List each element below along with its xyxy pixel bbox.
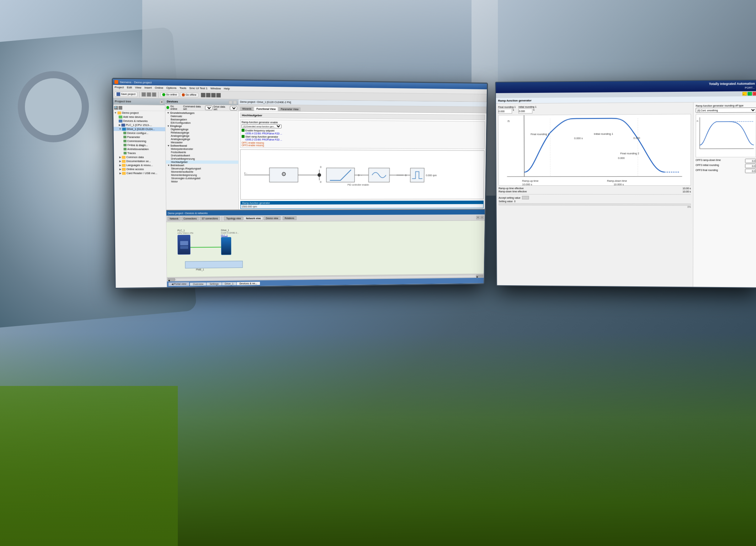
tree-item-antrieb[interactable]: Antriebsvariablen <box>114 147 165 151</box>
relations-btn[interactable]: Relations <box>282 216 296 220</box>
drive1-model: G120 CU240E-2... <box>221 232 254 234</box>
add-icon <box>119 115 123 118</box>
s7-tab[interactable]: S7 connections <box>199 217 220 221</box>
device-view-tab[interactable]: Device view <box>264 216 281 220</box>
steuerungs[interactable]: Steuerungs-/Regelungsart <box>166 167 239 170</box>
tab-wizards[interactable]: Wizards <box>240 107 254 111</box>
off3-initial-row: OFF3 initial rounding <box>696 164 756 168</box>
tree-items: ▼ Demo project Add new device Devices & … <box>113 111 167 288</box>
devices-btn-2[interactable] <box>233 100 237 104</box>
drive1-link[interactable]: PLC_1 <box>221 234 254 237</box>
initial-rounding-1-input[interactable] <box>518 108 533 113</box>
network-tab[interactable]: Network <box>167 217 181 221</box>
toolbar-icon-2[interactable] <box>147 92 151 97</box>
menu-tools[interactable]: Tools <box>180 86 186 90</box>
maximize-btn[interactable]: □ <box>747 92 752 95</box>
menu-online[interactable]: Online <box>155 86 163 90</box>
ramp-down-eff-val: 10.00 s <box>594 190 691 193</box>
online-icon <box>123 144 126 146</box>
menu-smc[interactable]: Smc UI Test 1 <box>189 86 207 90</box>
toolbar-icon-6[interactable] <box>211 93 215 97</box>
go-online-btn[interactable]: Go online <box>160 92 179 97</box>
toolbar-icon-5[interactable] <box>206 93 210 97</box>
lang-folder-icon <box>122 164 126 166</box>
toolbar-icon-7[interactable] <box>216 93 220 97</box>
off3-ramp-input[interactable] <box>745 159 756 163</box>
betriebsart[interactable]: ▼ Betriebsart <box>166 164 239 167</box>
momenten[interactable]: Momentensollwerte <box>166 170 239 173</box>
scroll-right-btn[interactable]: ▸ <box>476 275 483 277</box>
zoom-out-icon[interactable]: − <box>480 216 484 219</box>
off3-chart: n <box>696 114 756 157</box>
menu-window[interactable]: Window <box>211 87 221 90</box>
network-view-tab[interactable]: Network view <box>244 216 263 220</box>
menu-edit[interactable]: Edit <box>127 86 132 89</box>
topology-tab[interactable]: Topology view <box>224 216 243 220</box>
tia-portal-window: Siemens - Demo project Project Edit View… <box>112 78 488 289</box>
brand-sub: PORT... <box>709 86 755 90</box>
tree-item-drive[interactable]: ▼ Drive_1 [G120 CU24... <box>113 127 165 131</box>
devices-btn-1[interactable] <box>229 100 232 104</box>
drive-select[interactable]: 0 <box>230 106 237 110</box>
menu-help[interactable]: Help <box>224 87 230 90</box>
device-tree-content: ▼ Grundeinstellungen Datensatz Basisanga… <box>165 110 239 210</box>
tree-item-device-config[interactable]: Device configur... <box>114 131 165 135</box>
off3-final-input[interactable] <box>745 169 756 173</box>
rounding-type-select[interactable]: [0] Cont. smoothing <box>696 107 756 113</box>
go-online-small-label[interactable]: Go online <box>170 105 181 110</box>
drive1-tab[interactable]: Drive_1 <box>222 282 236 285</box>
ramp-up-effective-row: Ramp-up time effective <box>499 187 593 190</box>
tree-item-parameter[interactable]: Parameter <box>114 135 165 139</box>
motor[interactable]: Motor <box>166 180 239 183</box>
menu-insert[interactable]: Insert <box>144 86 152 90</box>
svg-text:Ramp-up time: Ramp-up time <box>522 179 538 182</box>
stromregler[interactable]: Stromregler-/Leistungsteil <box>166 177 239 180</box>
go-offline-btn[interactable]: Go offline <box>180 92 198 97</box>
tree-item-online[interactable]: Online & diagn... <box>114 143 165 147</box>
tree-item-traces[interactable]: Traces <box>114 151 165 155</box>
close-btn[interactable]: × <box>753 92 756 95</box>
connections-tab[interactable]: Connections <box>181 217 199 221</box>
tree-item-common[interactable]: ▶ Common data <box>114 155 165 159</box>
momenten-begr[interactable]: Momentenbegrenzung <box>166 173 239 176</box>
save-project-btn[interactable]: Save project <box>115 91 137 97</box>
network-bar <box>185 261 243 269</box>
minimize-btn[interactable]: – <box>742 92 747 96</box>
menu-view[interactable]: View <box>135 86 142 89</box>
plc1-model: CPU 1513-1 PN <box>177 232 210 234</box>
ramp-up-eff-val: 10.00 s <box>594 187 691 190</box>
app-title: Siemens - Demo project <box>120 80 152 84</box>
tree-item-docs[interactable]: ▶ Documentation se... <box>114 159 166 163</box>
cmd-select[interactable]: 0 <box>205 106 213 110</box>
tab-functional-view[interactable]: Functional View <box>254 107 278 111</box>
tree-item-languages[interactable]: ▶ Languages & resou... <box>114 163 166 168</box>
devices-ne-tab[interactable]: Devices & ne... <box>237 282 260 285</box>
svg-text:⚙: ⚙ <box>281 171 286 177</box>
tree-collapse-btn[interactable]: ◂ <box>160 100 164 104</box>
tab-parameter-view[interactable]: Parameter View <box>278 107 300 111</box>
toolbar-icon-4[interactable] <box>201 93 205 97</box>
portal-view-btn[interactable]: ◀ Portal view <box>169 282 189 286</box>
menu-options[interactable]: Options <box>166 86 177 90</box>
hochlaufgeber-tree[interactable]: Hochlaufgeber <box>166 160 238 164</box>
settings-tab[interactable]: Settings <box>207 282 222 285</box>
off3-fields: OFF3 ramp-down time OFF3 initial roundin… <box>696 159 756 173</box>
toolbar-icon-1[interactable] <box>142 92 146 97</box>
overview-tab[interactable]: Overview <box>190 282 206 286</box>
tree-item-online-access[interactable]: ▶ Online access <box>114 167 166 171</box>
menu-project[interactable]: Project <box>115 86 124 89</box>
off3-initial-input[interactable] <box>745 164 756 168</box>
go-online-small-icon <box>166 106 169 109</box>
go-online-label: Go online <box>166 93 177 96</box>
scroll-left-btn[interactable]: ◂ <box>168 278 175 281</box>
network-icon <box>119 120 123 122</box>
tree-item-plc[interactable]: ▶ PLC_1 [CPU 1513-... <box>113 123 165 127</box>
tree-item-card-reader[interactable]: ▶ Card Reader / USB me... <box>114 171 166 175</box>
accept-setting-btn[interactable] <box>522 196 529 200</box>
zoom-in-icon[interactable]: + <box>476 216 480 219</box>
toolbar-icon-3[interactable] <box>152 92 156 97</box>
tree-item-commissioning[interactable]: Commissioning <box>114 139 165 143</box>
toolbar-divider-2 <box>158 91 159 97</box>
final-rounding-1-input[interactable] <box>498 108 512 113</box>
rfg-enable-select[interactable]: [1] Extended ramp-function gen... <box>241 124 282 128</box>
